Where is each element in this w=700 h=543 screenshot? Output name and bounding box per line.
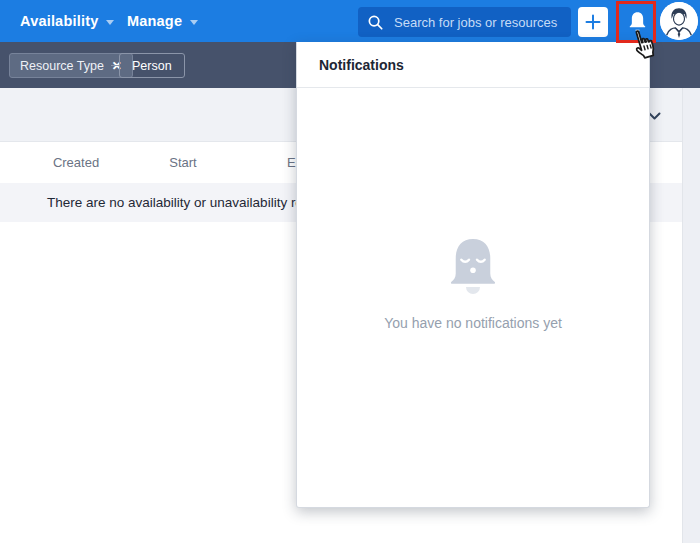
chip-connector-line (111, 65, 119, 66)
search-input[interactable] (392, 14, 560, 31)
caret-down-icon (190, 20, 198, 25)
search-bar[interactable] (358, 7, 571, 37)
notifications-bell-button[interactable] (619, 4, 655, 40)
nav-menu-availability-label: Availability (20, 13, 98, 29)
avatar[interactable] (660, 2, 698, 40)
filter-chip-person-label: Person (132, 59, 172, 73)
filter-chip-person[interactable]: Person (119, 53, 185, 78)
nav-menu-manage[interactable]: Manage (127, 0, 198, 42)
column-header-start[interactable]: Start (169, 142, 196, 183)
app-window: Availability Manage (0, 0, 700, 543)
filter-chip-resource-type-label: Resource Type (20, 59, 104, 73)
column-header-created[interactable]: Created (53, 142, 99, 183)
page-background-strip (682, 88, 700, 543)
notifications-panel-body: You have no notifications yet (297, 88, 649, 506)
person-icon (660, 2, 698, 40)
nav-menu-availability[interactable]: Availability (20, 0, 114, 42)
notifications-title: Notifications (319, 57, 404, 73)
add-button[interactable] (578, 7, 608, 37)
top-navigation-bar: Availability Manage (0, 0, 700, 42)
plus-icon (584, 13, 602, 31)
search-icon (367, 14, 384, 31)
notifications-panel: Notifications You have no notifications … (296, 42, 650, 508)
nav-menu-manage-label: Manage (127, 13, 182, 29)
notifications-panel-header: Notifications (297, 42, 649, 88)
bell-icon (626, 10, 649, 35)
notifications-empty-message: You have no notifications yet (297, 315, 649, 331)
sleeping-bell-icon (445, 236, 501, 298)
caret-down-icon (106, 20, 114, 25)
